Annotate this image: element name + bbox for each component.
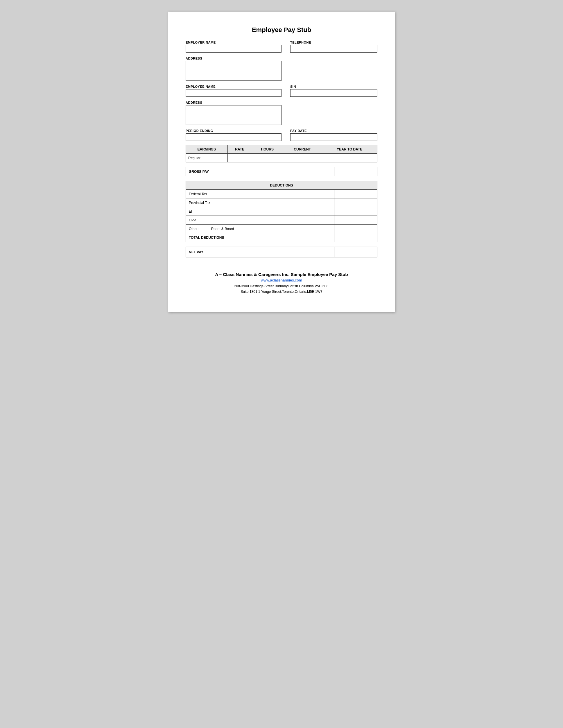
net-pay-row: NET PAY	[186, 247, 377, 257]
earnings-header-current: CURRENT	[283, 145, 322, 154]
gross-pay-ytd	[334, 167, 377, 176]
earnings-row-regular: Regular	[186, 154, 377, 162]
deduction-row-cpp: CPP	[186, 216, 377, 225]
provincial-tax-ytd	[334, 198, 377, 207]
cpp-current	[291, 216, 334, 225]
deductions-table: DEDUCTIONS Federal Tax Provincial Tax EI…	[186, 181, 377, 242]
pay-stub-page: Employee Pay Stub EMPLOYER NAME TELEPHON…	[168, 12, 395, 312]
employee-name-input[interactable]	[186, 89, 281, 97]
other-ytd	[334, 225, 377, 233]
telephone-group: TELEPHONE	[290, 41, 377, 53]
net-pay-table: NET PAY	[186, 247, 377, 257]
employee-address-spacer	[290, 101, 377, 125]
deductions-header: DEDUCTIONS	[186, 181, 377, 190]
pay-date-label: PAY DATE	[290, 129, 377, 132]
pay-date-group: PAY DATE	[290, 129, 377, 141]
other-current	[291, 225, 334, 233]
employer-name-label: EMPLOYER NAME	[186, 41, 281, 44]
other-label-cell: Other: Room & Board	[186, 225, 291, 233]
earnings-header-rate: RATE	[227, 145, 252, 154]
other-label: Other:	[189, 227, 198, 231]
sin-label: SIN	[290, 85, 377, 88]
gross-pay-label: GROSS PAY	[186, 167, 291, 176]
employer-address-group: ADDRESS	[186, 57, 281, 81]
other-sublabel: Room & Board	[211, 227, 234, 231]
earnings-row-ytd	[322, 154, 377, 162]
deduction-row-total: TOTAL DEDUCTIONS	[186, 233, 377, 242]
net-pay-label: NET PAY	[186, 247, 291, 257]
period-ending-group: PERIOD ENDING	[186, 129, 281, 141]
total-deductions-label: TOTAL DEDUCTIONS	[186, 233, 291, 242]
employer-name-input[interactable]	[186, 45, 281, 53]
employee-sin-section: EMPLOYEE NAME SIN	[186, 85, 377, 97]
employer-address-label: ADDRESS	[186, 57, 281, 60]
employer-address-section: ADDRESS	[186, 57, 377, 81]
footer-company: A – Class Nannies & Caregivers Inc. Samp…	[186, 272, 377, 277]
earnings-row-hours	[252, 154, 283, 162]
cpp-ytd	[334, 216, 377, 225]
federal-tax-ytd	[334, 190, 377, 198]
earnings-header-ytd: YEAR TO DATE	[322, 145, 377, 154]
telephone-input[interactable]	[290, 45, 377, 53]
net-pay-ytd	[334, 247, 377, 257]
earnings-row-label: Regular	[186, 154, 228, 162]
sin-group: SIN	[290, 85, 377, 97]
employee-address-label: ADDRESS	[186, 101, 281, 104]
total-deductions-current	[291, 233, 334, 242]
deduction-row-ei: EI	[186, 207, 377, 216]
earnings-table: EARNINGS RATE HOURS CURRENT YEAR TO DATE…	[186, 145, 377, 162]
footer-address: 208-3900 Hastings Street.Burnaby.British…	[186, 284, 377, 295]
employer-address-spacer	[290, 57, 377, 81]
page-title: Employee Pay Stub	[186, 26, 377, 34]
deduction-row-provincial: Provincial Tax	[186, 198, 377, 207]
employee-name-label: EMPLOYEE NAME	[186, 85, 281, 88]
employer-name-group: EMPLOYER NAME	[186, 41, 281, 53]
deduction-row-federal: Federal Tax	[186, 190, 377, 198]
provincial-tax-label: Provincial Tax	[186, 198, 291, 207]
sin-input[interactable]	[290, 89, 377, 97]
footer-url[interactable]: www.aclassnannies.com	[186, 278, 377, 282]
ei-current	[291, 207, 334, 216]
period-paydate-section: PERIOD ENDING PAY DATE	[186, 129, 377, 141]
federal-tax-label: Federal Tax	[186, 190, 291, 198]
earnings-row-rate	[227, 154, 252, 162]
period-ending-input[interactable]	[186, 133, 281, 141]
employer-telephone-section: EMPLOYER NAME TELEPHONE	[186, 41, 377, 53]
ei-ytd	[334, 207, 377, 216]
earnings-header-hours: HOURS	[252, 145, 283, 154]
deduction-row-other: Other: Room & Board	[186, 225, 377, 233]
earnings-row-current	[283, 154, 322, 162]
footer-address-line1: 208-3900 Hastings Street.Burnaby.British…	[186, 284, 377, 289]
employer-address-input[interactable]	[186, 61, 281, 81]
pay-date-input[interactable]	[290, 133, 377, 141]
earnings-header-earnings: EARNINGS	[186, 145, 228, 154]
gross-pay-row: GROSS PAY	[186, 167, 377, 176]
provincial-tax-current	[291, 198, 334, 207]
footer: A – Class Nannies & Caregivers Inc. Samp…	[186, 272, 377, 295]
net-pay-current	[291, 247, 334, 257]
telephone-label: TELEPHONE	[290, 41, 377, 44]
employee-address-section: ADDRESS	[186, 101, 377, 125]
federal-tax-current	[291, 190, 334, 198]
employee-address-group: ADDRESS	[186, 101, 281, 125]
ei-label: EI	[186, 207, 291, 216]
employee-name-group: EMPLOYEE NAME	[186, 85, 281, 97]
gross-pay-current	[291, 167, 334, 176]
footer-address-line2: Suite 1801 1 Yonge Street.Toronto.Ontari…	[186, 289, 377, 295]
gross-pay-table: GROSS PAY	[186, 167, 377, 176]
cpp-label: CPP	[186, 216, 291, 225]
period-ending-label: PERIOD ENDING	[186, 129, 281, 132]
employee-address-input[interactable]	[186, 105, 281, 125]
total-deductions-ytd	[334, 233, 377, 242]
